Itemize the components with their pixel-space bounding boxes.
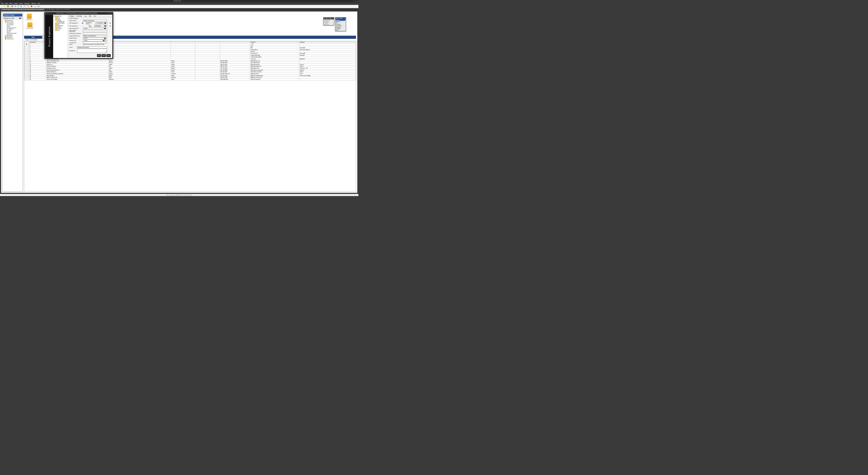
table-row[interactable]: 12Norstan, Inc.JeffersVergie206-767-4827…: [25, 63, 356, 65]
explore-tree[interactable]: dbasecontaxdbasesamplescustomersemployee…: [2, 20, 23, 39]
menu-properties[interactable]: Properties: [24, 3, 31, 4]
table-row[interactable]: 14Donegal Group Inc.WeeksBianca270-441-6…: [25, 67, 356, 69]
main-params-input[interactable]: [83, 30, 107, 32]
browse-icon[interactable]: 📂: [106, 35, 108, 37]
pex-titlebar[interactable]: ✥ Project Explorer: C:\Users\SharpenedPr…: [44, 12, 113, 14]
new-file-icon[interactable]: 📄: [0, 5, 3, 8]
log-filename-input[interactable]: [83, 42, 106, 43]
field-item[interactable]: LastName: [324, 24, 334, 25]
menu-help[interactable]: Help: [37, 3, 41, 4]
doctab-dm-designer[interactable]: ▦DM Designer: Untitled1.dmd:CUSTOMERS1: [45, 8, 71, 10]
data-grid[interactable]: CustomerIDCompanyAddress1Address2▶1Spire…: [24, 41, 356, 191]
menu-build[interactable]: Build: [19, 3, 23, 4]
table-row[interactable]: 20The St. Joe CompanyMckinnonZaida(423) …: [25, 78, 356, 80]
deo-checkbox[interactable]: [82, 23, 83, 24]
session-item-1[interactable]: DBASESAMPL: [26, 22, 34, 29]
menu-view[interactable]: View: [9, 3, 13, 4]
folder-icon: [55, 17, 57, 18]
menu-window[interactable]: Window: [31, 3, 37, 4]
mini-customer-window[interactable]: ▦ CUSTOME...✕ Address1Address2CityCompan…: [335, 17, 346, 31]
menu-edit[interactable]: Edit: [5, 3, 8, 4]
main-program-select[interactable]: <none>: [83, 28, 107, 29]
maximize-icon[interactable]: ▢: [109, 12, 111, 14]
ini-select[interactable]: STANDARD: [94, 25, 107, 27]
project-explorer-window[interactable]: ✥ Project Explorer: C:\Users\SharpenedPr…: [44, 12, 113, 59]
edit-icon[interactable]: ✏️: [27, 5, 30, 8]
save-button[interactable]: Save: [101, 54, 106, 57]
brush-icon[interactable]: 🖌️: [23, 5, 26, 8]
debug-icon[interactable]: 🐞: [30, 5, 33, 8]
maximize-icon[interactable]: ▢: [355, 0, 356, 2]
author-input[interactable]: [77, 46, 107, 48]
statusbar: .PRJ file open in dBASE 2019. © FileInfo…: [0, 194, 359, 196]
project-name-input[interactable]: [83, 20, 107, 21]
doctab-project-explorer[interactable]: ◆Project Explorer: C:\Users\SharpenedPro…: [0, 8, 45, 10]
remove-icon[interactable]: ➖: [14, 5, 17, 8]
web-checkbox[interactable]: [83, 25, 84, 26]
menu-project[interactable]: Project: [13, 3, 19, 4]
session-item-0[interactable]: SESSION_0: [26, 13, 32, 20]
col-header[interactable]: [220, 41, 250, 43]
preprocessor-input[interactable]: [83, 32, 107, 34]
col-header[interactable]: Address1: [250, 41, 299, 43]
description-textarea[interactable]: [77, 49, 107, 53]
database-icon: [5, 20, 6, 21]
table-icon: [7, 26, 8, 27]
pex-form: Project Properties Project Name: DEO App…: [68, 17, 112, 54]
close-icon[interactable]: ✕: [344, 18, 345, 19]
table-row[interactable]: 16Moore-Handley, Inc.TrotterIleana941 35…: [25, 71, 356, 73]
col-header[interactable]: [195, 41, 220, 43]
table-row[interactable]: 19Paulson Capital Corp.BlockStephani301-…: [25, 76, 356, 78]
build-all-icon[interactable]: ALL: [37, 5, 40, 8]
open-icon[interactable]: 📂: [4, 5, 6, 8]
uac-select[interactable]: 0 - NO UAC option: [95, 22, 107, 24]
menu-file[interactable]: File: [0, 3, 4, 4]
gear-icon[interactable]: ⚙️: [20, 5, 23, 8]
table-row[interactable]: 13Deere & CompanyHullLucile208 672 72308…: [25, 65, 356, 67]
save-icon[interactable]: 💾: [6, 5, 9, 8]
table-row[interactable]: 17First Horizon National CorporationStan…: [25, 73, 356, 75]
help-icon[interactable]: ❔: [40, 5, 43, 8]
minimize-icon[interactable]: —: [353, 0, 354, 2]
run-exe-icon[interactable]: .exe: [34, 5, 37, 8]
pex-tab-deo[interactable]: DEO: [88, 15, 92, 17]
add-icon[interactable]: ➕: [11, 5, 13, 8]
main-toolbar: 📄 📂 💾 ➕ ➖ ✂️ ⚙️ 🖌️ ✏️ 🐞 .exe ALL ❔: [0, 5, 359, 8]
folder-icon: [55, 30, 57, 31]
table-row[interactable]: 11Raytheon CompanyRansomTamar415-564-476…: [25, 62, 356, 64]
table-row[interactable]: 15Frozen Food Express Ind.GoffDionne260 …: [25, 69, 356, 71]
splash-select[interactable]: <none>: [83, 37, 107, 39]
cut-icon[interactable]: ✂️: [17, 5, 20, 8]
target-exe-input[interactable]: [83, 35, 106, 37]
tab-data[interactable]: Data: [24, 36, 42, 38]
close-icon[interactable]: ✕: [333, 18, 334, 19]
db-node[interactable]: dmddesntemp: [3, 38, 22, 40]
pex-tree[interactable]: Project FilesFormReportProgramBde4api.pr…: [53, 15, 68, 58]
close-icon[interactable]: ✕: [357, 0, 358, 2]
browse-icon[interactable]: 📂: [106, 42, 108, 43]
pex-tab-project[interactable]: Project: [69, 15, 74, 17]
dropdown-icon[interactable]: ▾: [106, 40, 107, 41]
mini-employee-window[interactable]: ▦ EMPLOYEE...✕ EmployeeIDFirstNameHireDa…: [323, 17, 334, 26]
icon-select[interactable]: <none>: [83, 39, 106, 41]
col-header[interactable]: [108, 41, 170, 43]
field-item[interactable]: Notes: [336, 29, 345, 31]
pex-tab-log[interactable]: Log: [84, 15, 87, 17]
explore-open-panel: Explore & Open Databases and Tables dbas…: [2, 12, 23, 192]
pex-tree-node[interactable]: Other: [54, 29, 68, 31]
table-row[interactable]: 18AEP IndustriesWilsonMaria931 431 31532…: [25, 75, 356, 76]
explore-combo[interactable]: Databases and Tables: [3, 17, 22, 19]
col-header[interactable]: Address2: [299, 41, 356, 43]
col-header[interactable]: [170, 41, 195, 43]
table-row[interactable]: 10Security Investments Grp.AponteRufina3…: [25, 60, 356, 62]
col-header[interactable]: CustomerID: [29, 41, 46, 43]
pex-tab-inno[interactable]: Inno: [93, 15, 97, 17]
pex-tab-filedetails[interactable]: File Details: [75, 15, 83, 17]
new-button[interactable]: New: [106, 54, 111, 57]
table-icon: [7, 33, 8, 34]
close-button[interactable]: Close: [97, 54, 101, 57]
folder-icon: [55, 18, 57, 20]
table-icon: [7, 24, 8, 26]
minimize-icon[interactable]: —: [107, 12, 108, 14]
close-icon[interactable]: ✕: [111, 12, 112, 14]
